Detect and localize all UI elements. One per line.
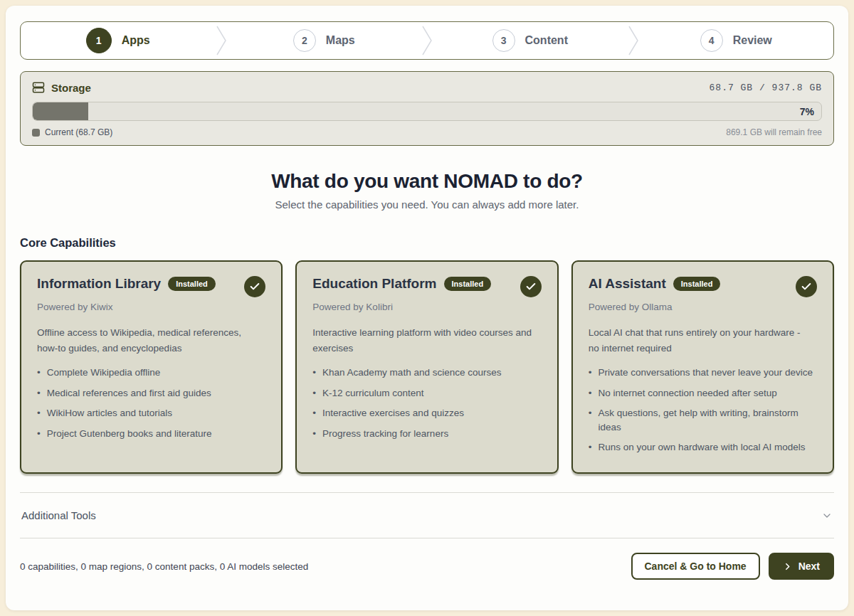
selection-summary: 0 capabilities, 0 map regions, 0 content… [20, 561, 308, 572]
installed-badge: Installed [168, 277, 216, 291]
server-icon [32, 81, 45, 94]
storage-percent: 7% [800, 102, 814, 120]
capability-cards: Information Library Installed Powered by… [20, 260, 834, 474]
step-content-label: Content [525, 34, 568, 47]
storage-progress-fill [33, 102, 88, 120]
card-bullet: •Runs on your own hardware with local AI… [589, 440, 817, 455]
next-button[interactable]: Next [769, 553, 834, 580]
storage-title: Storage [51, 82, 91, 94]
capability-card-education-platform[interactable]: Education Platform Installed Powered by … [295, 260, 558, 474]
step-review[interactable]: 4 Review [639, 22, 834, 59]
card-bullet: •WikiHow articles and tutorials [37, 406, 265, 420]
card-bullet: •Khan Academy math and science courses [312, 366, 541, 380]
card-bullet: •K-12 curriculum content [312, 386, 541, 400]
card-bullet: •Project Gutenberg books and literature [37, 427, 265, 441]
legend-current-swatch [32, 129, 40, 137]
wizard-stepper: 1 Apps 2 Maps 3 Content 4 Review [20, 21, 834, 60]
card-bullet: •No internet connection needed after set… [589, 386, 817, 400]
step-apps-number: 1 [86, 28, 112, 53]
check-circle-icon [520, 276, 542, 297]
page-subtitle: Select the capabilities you need. You ca… [20, 198, 834, 211]
installed-badge: Installed [673, 277, 721, 291]
step-review-label: Review [733, 34, 772, 47]
chevron-down-icon [821, 510, 833, 521]
capability-card-information-library[interactable]: Information Library Installed Powered by… [20, 260, 283, 474]
card-bullet: •Private conversations that never leave … [589, 366, 817, 380]
storage-usage: 68.7 GB / 937.8 GB [710, 83, 822, 93]
wizard-panel: 1 Apps 2 Maps 3 Content 4 Review [6, 6, 848, 610]
storage-progress-bar: 7% [32, 102, 822, 121]
card-bullet: •Progress tracking for learners [312, 427, 541, 441]
storage-panel: Storage 68.7 GB / 937.8 GB 7% Current (6… [20, 71, 834, 146]
step-apps-label: Apps [122, 34, 150, 47]
step-maps[interactable]: 2 Maps [227, 22, 422, 59]
step-separator-icon [421, 22, 433, 59]
card-title: Education Platform [312, 276, 436, 292]
step-maps-number: 2 [293, 29, 316, 52]
check-circle-icon [796, 276, 817, 297]
card-description: Interactive learning platform with video… [312, 325, 533, 356]
card-description: Offline access to Wikipedia, medical ref… [37, 325, 258, 356]
card-bullet: •Complete Wikipedia offline [37, 366, 265, 380]
card-powered-by: Powered by Kiwix [37, 302, 265, 312]
additional-tools-label: Additional Tools [21, 509, 96, 521]
step-apps[interactable]: 1 Apps [21, 22, 216, 59]
storage-remaining: 869.1 GB will remain free [726, 127, 822, 137]
card-description: Local AI chat that runs entirely on your… [589, 325, 809, 356]
installed-badge: Installed [444, 277, 492, 291]
card-title: Information Library [37, 276, 161, 292]
card-bullet: •Interactive exercises and quizzes [312, 406, 541, 420]
cancel-button[interactable]: Cancel & Go to Home [631, 553, 760, 580]
step-content-number: 3 [492, 29, 515, 52]
card-title: AI Assistant [589, 276, 666, 292]
page-title: What do you want NOMAD to do? [20, 170, 834, 193]
legend-current-label: Current (68.7 GB) [45, 127, 112, 137]
step-review-number: 4 [700, 29, 723, 52]
step-separator-icon [628, 22, 639, 59]
card-powered-by: Powered by Kolibri [312, 302, 541, 312]
next-button-label: Next [798, 561, 820, 572]
step-content[interactable]: 3 Content [433, 22, 628, 59]
step-maps-label: Maps [326, 34, 355, 47]
step-separator-icon [216, 22, 227, 59]
card-bullet: •Medical references and first aid guides [37, 386, 265, 400]
check-circle-icon [244, 276, 265, 297]
chevron-right-icon [783, 562, 792, 571]
card-powered-by: Powered by Ollama [589, 302, 817, 312]
capability-card-ai-assistant[interactable]: AI Assistant Installed Powered by Ollama… [571, 260, 834, 474]
card-bullet: •Ask questions, get help with writing, b… [589, 406, 817, 434]
additional-tools-toggle[interactable]: Additional Tools [20, 493, 834, 538]
core-capabilities-heading: Core Capabilities [20, 236, 834, 250]
